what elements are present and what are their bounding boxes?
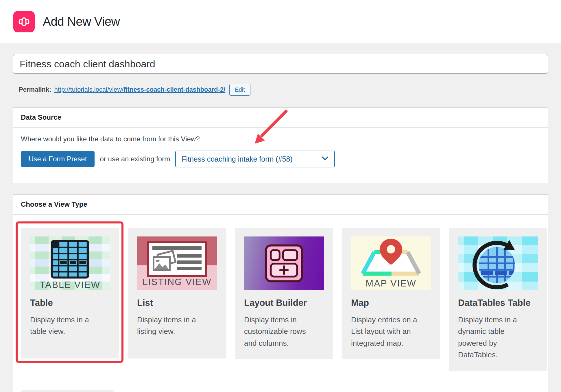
view-type-card-layout-builder-wrap: Layout Builder Display items in customiz… bbox=[235, 228, 333, 359]
next-card-partial[interactable] bbox=[21, 390, 114, 392]
gravityview-logo-icon bbox=[13, 11, 35, 32]
view-type-card-table[interactable]: TABLE VIEW Table Display items in a tabl… bbox=[21, 228, 119, 358]
card-description: Display items in a dynamic table powered… bbox=[458, 314, 524, 360]
map-view-caption: MAP VIEW bbox=[366, 278, 416, 289]
or-existing-form-label: or use an existing form bbox=[100, 155, 170, 163]
table-view-image: TABLE VIEW bbox=[30, 236, 110, 290]
listing-view-caption: LISTING VIEW bbox=[142, 277, 211, 287]
view-type-title: Choose a View Type bbox=[21, 200, 87, 208]
datatables-image bbox=[458, 236, 538, 290]
view-type-card-map-wrap: MAP VIEW Map Display entries on a List l… bbox=[342, 228, 440, 359]
view-type-panel: Choose a View Type bbox=[13, 194, 548, 392]
view-type-cards-row: TABLE VIEW Table Display items in a tabl… bbox=[21, 228, 540, 371]
card-title: Table bbox=[30, 298, 110, 308]
view-type-card-list[interactable]: LISTING VIEW List Display items in a lis… bbox=[128, 228, 226, 358]
edit-permalink-button[interactable]: Edit bbox=[229, 84, 250, 96]
data-source-question: Where would you like the data to come fr… bbox=[21, 135, 540, 143]
card-description: Display items in a listing view. bbox=[137, 314, 208, 337]
card-description: Display entries on a List layout with an… bbox=[351, 314, 422, 349]
card-title: Layout Builder bbox=[244, 298, 324, 308]
use-form-preset-button[interactable]: Use a Form Preset bbox=[21, 151, 95, 167]
view-type-panel-header: Choose a View Type bbox=[13, 195, 548, 215]
form-select-value: Fitness coaching intake form (#58) bbox=[182, 155, 293, 163]
card-title: List bbox=[137, 298, 217, 308]
layout-builder-image bbox=[244, 236, 324, 290]
data-source-panel: Data Source Where would you like the dat… bbox=[13, 107, 548, 184]
view-type-card-map[interactable]: MAP VIEW Map Display entries on a List l… bbox=[342, 228, 440, 359]
view-type-card-datatables[interactable]: DataTables Table Display items in a dyna… bbox=[449, 228, 547, 371]
page-title: Add New View bbox=[43, 15, 120, 29]
permalink-row: Permalink: http://tutorials.local/view/f… bbox=[13, 82, 548, 97]
chevron-down-icon bbox=[322, 156, 329, 162]
view-type-card-table-wrap: TABLE VIEW Table Display items in a tabl… bbox=[21, 228, 119, 358]
permalink-link[interactable]: http://tutorials.local/view/fitness-coac… bbox=[54, 86, 226, 93]
listing-view-image: LISTING VIEW bbox=[137, 236, 217, 290]
permalink-url-prefix: http://tutorials.local/view/ bbox=[54, 86, 124, 93]
data-source-panel-header: Data Source bbox=[13, 108, 548, 127]
view-title-input[interactable] bbox=[13, 54, 548, 74]
form-select[interactable]: Fitness coaching intake form (#58) bbox=[175, 151, 335, 167]
card-title: Map bbox=[351, 298, 431, 308]
permalink-label: Permalink: bbox=[19, 86, 51, 93]
card-title: DataTables Table bbox=[458, 298, 538, 308]
table-view-caption: TABLE VIEW bbox=[40, 280, 100, 290]
view-type-card-list-wrap: LISTING VIEW List Display items in a lis… bbox=[128, 228, 226, 358]
data-source-title: Data Source bbox=[21, 113, 61, 121]
map-view-image: MAP VIEW bbox=[351, 236, 431, 290]
page-header: Add New View bbox=[0, 0, 561, 43]
view-type-card-layout-builder[interactable]: Layout Builder Display items in customiz… bbox=[235, 228, 333, 359]
card-description: Display items in customizable rows and c… bbox=[244, 314, 315, 349]
add-new-view-page: Add New View Permalink: http://tutorials… bbox=[0, 0, 561, 392]
card-description: Display items in a table view. bbox=[30, 314, 101, 337]
next-cards-row bbox=[21, 390, 540, 392]
permalink-url-slug: fitness-coach-client-dashboard-2/ bbox=[123, 86, 225, 93]
view-type-card-datatables-wrap: DataTables Table Display items in a dyna… bbox=[449, 228, 547, 371]
